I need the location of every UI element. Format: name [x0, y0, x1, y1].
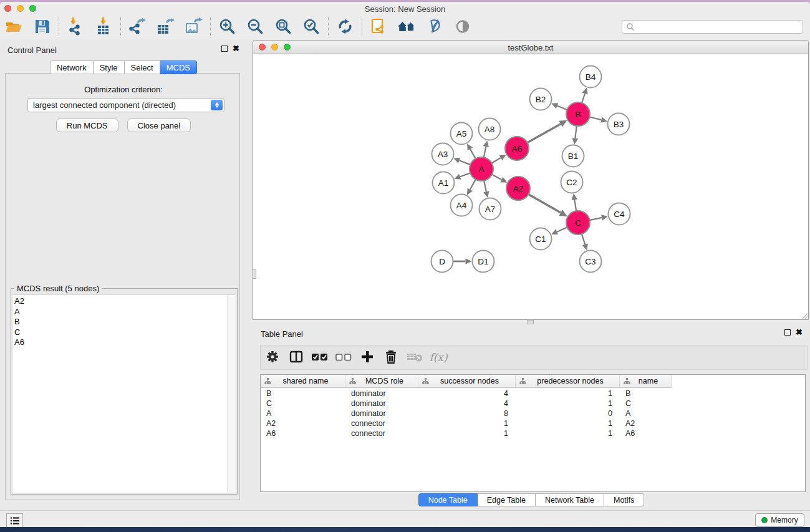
- resize-grip-icon[interactable]: [801, 312, 808, 319]
- export-network-button[interactable]: [123, 16, 152, 39]
- edge-A6-B[interactable]: [528, 124, 561, 143]
- task-history-button[interactable]: [6, 513, 23, 527]
- float-panel-icon[interactable]: [221, 46, 228, 52]
- tab-network[interactable]: Network: [50, 60, 94, 74]
- table-row[interactable]: Bdominator41B: [261, 389, 805, 399]
- mcds-result-item[interactable]: A: [14, 307, 226, 317]
- add-column-button[interactable]: [355, 347, 379, 368]
- edge-B-B1[interactable]: [575, 126, 576, 138]
- cell: A6: [261, 429, 345, 438]
- column-header-MCDS-role[interactable]: MCDS role: [345, 375, 418, 387]
- table-tab-network-table[interactable]: Network Table: [536, 493, 604, 506]
- table-row[interactable]: A6connector11A6: [261, 428, 805, 438]
- delete-table-button[interactable]: [403, 347, 427, 368]
- edge-A2-C[interactable]: [528, 194, 561, 213]
- edge-A-A3[interactable]: [460, 160, 471, 165]
- edge-A-A1[interactable]: [460, 173, 470, 177]
- criterion-value: largest connected component (directed): [33, 100, 176, 110]
- zoom-in-button[interactable]: [213, 16, 241, 39]
- edge-B-B2[interactable]: [557, 106, 567, 110]
- run-mcds-button[interactable]: Run MCDS: [56, 118, 118, 132]
- tab-style[interactable]: Style: [94, 60, 125, 74]
- node-label-A7: A7: [485, 205, 496, 214]
- node-label-C1: C1: [535, 235, 546, 244]
- cell: connector: [345, 419, 418, 428]
- tab-mcds[interactable]: MCDS: [160, 60, 197, 74]
- new-network-button[interactable]: [365, 16, 393, 39]
- edge-A-A5[interactable]: [470, 149, 476, 159]
- hide-details-button[interactable]: [421, 16, 449, 39]
- refresh-layout-button[interactable]: [331, 16, 359, 39]
- split-column-icon: [289, 351, 303, 365]
- edge-arrowhead: [572, 193, 577, 200]
- zoom-selected-button[interactable]: [297, 16, 325, 39]
- table-float-icon[interactable]: [784, 329, 791, 336]
- table-tab-motifs[interactable]: Motifs: [604, 493, 644, 506]
- function-builder-button[interactable]: f(x): [427, 347, 450, 368]
- table-settings-icon: [266, 350, 279, 365]
- column-header-shared-name[interactable]: shared name: [261, 375, 345, 387]
- mcds-result-item[interactable]: A6: [14, 337, 226, 348]
- zoom-in-icon: [219, 18, 236, 37]
- node-label-A1: A1: [438, 178, 449, 188]
- column-header-predecessor-nodes[interactable]: predecessor nodes: [516, 375, 620, 387]
- node-label-A3: A3: [438, 150, 448, 159]
- export-table-button[interactable]: [152, 16, 180, 39]
- split-column-button[interactable]: [284, 347, 308, 368]
- edge-C-C1[interactable]: [557, 228, 567, 232]
- first-neighbors-button[interactable]: [393, 16, 421, 39]
- table-close-icon[interactable]: ✖: [796, 329, 803, 336]
- open-file-button[interactable]: [0, 16, 28, 39]
- import-table-button[interactable]: [90, 16, 118, 39]
- show-details-icon: [454, 18, 472, 37]
- cell: A: [261, 409, 345, 418]
- delete-column-icon: [385, 350, 397, 365]
- tab-select[interactable]: Select: [125, 60, 160, 74]
- table-row[interactable]: A2connector11A2: [261, 418, 805, 428]
- mcds-result-item[interactable]: A2: [14, 296, 226, 307]
- status-bar: Memory: [0, 510, 810, 527]
- mcds-result-item[interactable]: B: [14, 317, 226, 327]
- save-session-button[interactable]: [28, 16, 56, 39]
- network-window: testGlobe.txt B4B2BB3A5A8A6B1A3AC2A1A2A4…: [253, 40, 809, 320]
- edge-A-A7[interactable]: [484, 181, 486, 192]
- edge-A-A8[interactable]: [484, 147, 486, 157]
- edge-B-B3[interactable]: [589, 117, 601, 120]
- zoom-out-icon: [247, 18, 264, 37]
- edge-A-A4[interactable]: [470, 180, 476, 190]
- edge-A-A6[interactable]: [491, 158, 501, 163]
- table-tab-edge-table[interactable]: Edge Table: [478, 493, 536, 506]
- node-label-A6: A6: [512, 144, 523, 153]
- close-panel-button[interactable]: Close panel: [127, 118, 191, 132]
- network-canvas[interactable]: B4B2BB3A5A8A6B1A3AC2A1A2A4A7C4CC1C3DD1: [253, 55, 808, 319]
- add-column-icon: [361, 351, 374, 365]
- table-settings-button[interactable]: [261, 347, 284, 368]
- criterion-select[interactable]: largest connected component (directed): [27, 98, 224, 112]
- edge-A-A2[interactable]: [492, 175, 502, 180]
- column-header-name[interactable]: name: [620, 375, 672, 387]
- show-details-button[interactable]: [449, 16, 477, 39]
- delete-column-button[interactable]: [379, 347, 403, 368]
- edge-C-C4[interactable]: [590, 218, 602, 220]
- zoom-out-button[interactable]: [241, 16, 269, 39]
- memory-button[interactable]: Memory: [755, 513, 804, 527]
- select-all-button[interactable]: [308, 347, 332, 368]
- table-row[interactable]: Cdominator41C: [261, 399, 805, 409]
- search-input[interactable]: [622, 20, 803, 34]
- table-row[interactable]: Adominator80A: [261, 409, 805, 418]
- export-image-button[interactable]: [180, 16, 208, 39]
- table-tab-node-table[interactable]: Node Table: [418, 493, 478, 506]
- edge-C-C2[interactable]: [574, 200, 576, 211]
- column-header-successor-nodes[interactable]: successor nodes: [418, 375, 516, 387]
- edge-B-B4[interactable]: [582, 94, 585, 103]
- zoom-fit-button[interactable]: [269, 16, 297, 39]
- edge-C-C3[interactable]: [582, 234, 585, 244]
- result-scrollbar[interactable]: [227, 295, 236, 493]
- close-panel-icon[interactable]: ✖: [233, 46, 239, 52]
- import-network-button[interactable]: [62, 16, 90, 39]
- mcds-result-item[interactable]: C: [14, 327, 226, 338]
- network-window-title: testGlobe.txt: [253, 43, 808, 52]
- unselect-all-button[interactable]: [332, 347, 355, 368]
- splitter-handle-vertical[interactable]: [252, 269, 256, 279]
- mcds-result-list[interactable]: A2ABCA6: [14, 296, 226, 491]
